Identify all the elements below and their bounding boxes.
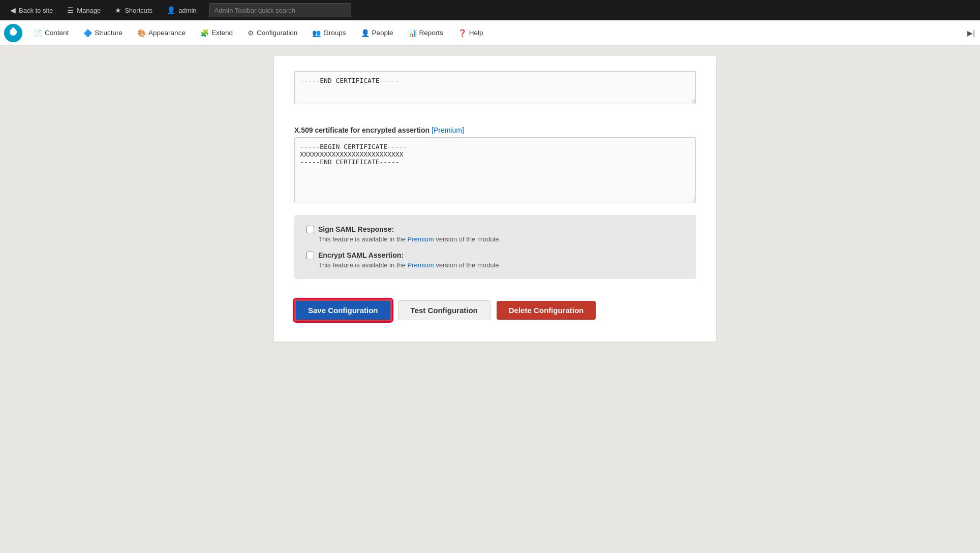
back-to-site[interactable]: ◀ Back to site xyxy=(4,0,59,20)
sign-saml-checkbox[interactable] xyxy=(307,226,314,233)
nav-help[interactable]: ❓ Help xyxy=(451,20,491,45)
nav-right: ▶| xyxy=(962,20,980,45)
nav-structure[interactable]: 🔷 Structure xyxy=(76,20,130,45)
test-configuration-button[interactable]: Test Configuration xyxy=(398,300,491,320)
encrypted-cert-section: X.509 certificate for encrypted assertio… xyxy=(294,126,696,205)
back-icon: ◀ xyxy=(10,6,16,14)
people-icon: 👤 xyxy=(361,29,370,37)
nav-configuration[interactable]: ⚙ Configuration xyxy=(240,20,305,45)
sign-saml-label-row: Sign SAML Response: xyxy=(307,225,684,233)
save-configuration-button[interactable]: Save Configuration xyxy=(294,299,392,321)
nav-items: 📄 Content 🔷 Structure 🎨 Appearance 🧩 Ext… xyxy=(26,20,962,45)
collapse-icon: ▶| xyxy=(967,29,975,37)
shortcuts-menu[interactable]: ★ Shortcuts xyxy=(109,0,159,20)
reports-icon: 📊 xyxy=(408,29,417,37)
encrypted-cert-textarea[interactable]: -----BEGIN CERTIFICATE----- XXXXXXXXXXXX… xyxy=(294,137,696,203)
encrypted-cert-label: X.509 certificate for encrypted assertio… xyxy=(294,126,696,134)
nav-content[interactable]: 📄 Content xyxy=(26,20,76,45)
buttons-row: Save Configuration Test Configuration De… xyxy=(294,299,696,321)
star-icon: ★ xyxy=(115,6,121,14)
drupal-logo[interactable] xyxy=(4,24,22,42)
sign-saml-row: Sign SAML Response: This feature is avai… xyxy=(307,225,684,243)
encrypted-cert-premium-link[interactable]: [Premium] xyxy=(432,126,464,134)
encrypt-saml-checkbox[interactable] xyxy=(307,252,314,259)
structure-icon: 🔷 xyxy=(83,29,92,37)
top-cert-section: -----END CERTIFICATE----- xyxy=(294,71,696,116)
admin-toolbar: ◀ Back to site ☰ Manage ★ Shortcuts 👤 ad… xyxy=(0,0,980,20)
delete-configuration-button[interactable]: Delete Configuration xyxy=(497,301,596,320)
manage-icon: ☰ xyxy=(67,6,74,14)
user-menu[interactable]: 👤 admin xyxy=(161,0,202,20)
search-field-wrapper xyxy=(209,3,351,17)
encrypt-saml-desc: This feature is available in the Premium… xyxy=(318,261,684,269)
drupal-nav: 📄 Content 🔷 Structure 🎨 Appearance 🧩 Ext… xyxy=(0,20,980,46)
encrypt-saml-row: Encrypt SAML Assertion: This feature is … xyxy=(307,251,684,269)
appearance-icon: 🎨 xyxy=(137,29,146,37)
configuration-icon: ⚙ xyxy=(248,29,254,37)
user-icon: 👤 xyxy=(167,6,175,14)
nav-extend[interactable]: 🧩 Extend xyxy=(193,20,240,45)
top-cert-textarea[interactable]: -----END CERTIFICATE----- xyxy=(294,71,696,104)
nav-reports[interactable]: 📊 Reports xyxy=(401,20,451,45)
nav-appearance[interactable]: 🎨 Appearance xyxy=(130,20,193,45)
help-icon: ❓ xyxy=(458,29,467,37)
encrypt-saml-premium-link[interactable]: Premium xyxy=(408,261,434,269)
search-input[interactable] xyxy=(209,3,351,17)
content-icon: 📄 xyxy=(34,29,42,37)
extend-icon: 🧩 xyxy=(200,29,209,37)
manage-menu[interactable]: ☰ Manage xyxy=(61,0,107,20)
nav-people[interactable]: 👤 People xyxy=(354,20,401,45)
page-content: -----END CERTIFICATE----- X.509 certific… xyxy=(0,46,980,553)
nav-groups[interactable]: 👥 Groups xyxy=(305,20,353,45)
options-box: Sign SAML Response: This feature is avai… xyxy=(294,215,696,279)
main-card: -----END CERTIFICATE----- X.509 certific… xyxy=(274,56,716,342)
sign-saml-desc: This feature is available in the Premium… xyxy=(318,235,684,243)
nav-collapse-button[interactable]: ▶| xyxy=(962,20,980,45)
encrypt-saml-label-row: Encrypt SAML Assertion: xyxy=(307,251,684,259)
sign-saml-premium-link[interactable]: Premium xyxy=(408,235,434,243)
groups-icon: 👥 xyxy=(312,29,321,37)
